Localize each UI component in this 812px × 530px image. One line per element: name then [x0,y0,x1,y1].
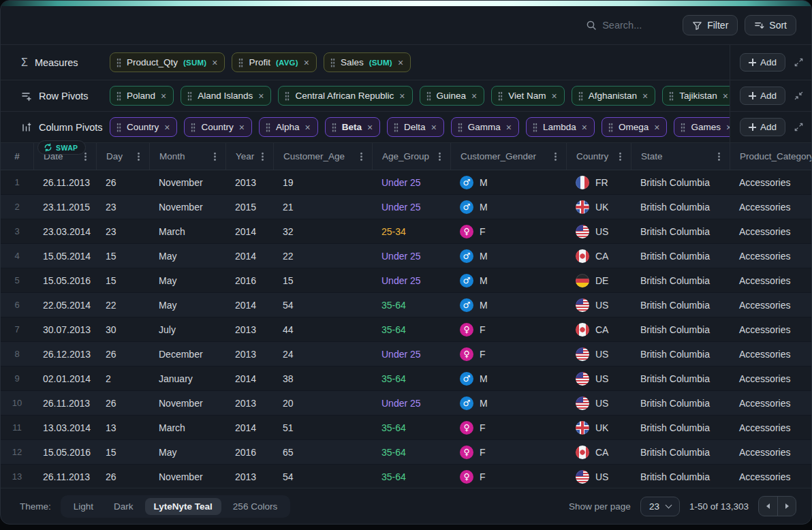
pivot-chip[interactable]: Country× [110,117,177,137]
column-menu-icon[interactable] [84,152,87,161]
column-header[interactable]: Country [566,143,631,170]
drag-handle-icon[interactable] [116,58,121,67]
column-menu-icon[interactable] [619,152,621,161]
collapse-icon[interactable] [794,91,804,101]
close-icon[interactable]: × [258,91,264,101]
column-menu-icon[interactable] [439,152,441,161]
table-row[interactable]: 515.05.201615May201615Under 25♂MDEBritis… [1,268,811,293]
column-header[interactable]: # [1,143,33,170]
table-row[interactable]: 622.05.201422May20145435-64♂MUSBritish C… [1,293,811,317]
drag-handle-icon[interactable] [394,123,399,132]
page-size-select[interactable]: 23 [640,497,680,516]
drag-handle-icon[interactable] [238,58,243,67]
close-icon[interactable]: × [398,58,403,67]
pivot-chip[interactable]: Poland× [110,86,174,106]
table-row[interactable]: 1113.03.201413March20145135-64♀FUKBritis… [1,416,811,440]
table-row[interactable]: 826.12.201326December201324Under 25♀FUSB… [1,342,811,367]
close-icon[interactable]: × [239,123,245,132]
pivot-chip[interactable]: Games× [674,117,730,137]
pivot-chip[interactable]: Gamma× [451,117,519,137]
expand-icon[interactable] [794,122,804,132]
close-icon[interactable]: × [399,91,405,101]
pivot-chip[interactable]: Lambda× [526,117,595,137]
search-box[interactable] [586,20,665,31]
table-row[interactable]: 902.01.20142January20143835-64♂MUSBritis… [1,367,811,391]
pivot-chip[interactable]: Tajikistan× [662,86,730,106]
drag-handle-icon[interactable] [187,91,192,101]
close-icon[interactable]: × [471,91,477,101]
column-header[interactable]: State [631,143,730,170]
drag-handle-icon[interactable] [332,123,337,132]
column-header[interactable]: Product_Category [730,143,811,170]
drag-handle-icon[interactable] [458,123,463,132]
drag-handle-icon[interactable] [191,123,196,132]
pivot-chip[interactable]: Delta× [387,117,444,137]
column-menu-icon[interactable] [214,152,216,161]
previous-page-button[interactable] [759,497,777,516]
drag-handle-icon[interactable] [330,58,335,67]
pivot-chip[interactable]: Afghanistan× [572,86,656,106]
pivot-chip[interactable]: Sales(SUM)× [324,52,411,72]
column-menu-icon[interactable] [555,152,557,161]
drag-handle-icon[interactable] [116,123,121,132]
sort-button[interactable]: Sort [745,15,796,35]
search-input[interactable] [602,20,665,31]
pivot-chip[interactable]: Omega× [602,117,667,137]
pivot-chip[interactable]: Beta× [325,117,380,137]
column-menu-icon[interactable] [360,152,362,161]
close-icon[interactable]: × [431,123,437,132]
drag-handle-icon[interactable] [578,91,583,101]
drag-handle-icon[interactable] [498,91,503,101]
column-header[interactable]: Age_Group [372,143,450,170]
close-icon[interactable]: × [212,58,217,67]
pivot-chip[interactable]: Product_Qty(SUM)× [110,52,225,72]
row-pivots-add-button[interactable]: Add [740,87,785,105]
column-header[interactable]: Month [149,143,225,170]
close-icon[interactable]: × [654,123,659,132]
drag-handle-icon[interactable] [681,123,685,132]
theme-option-light[interactable]: Light [65,498,102,515]
drag-handle-icon[interactable] [669,91,674,101]
table-row[interactable]: 1326.11.201326November20135435-64♀FUSBri… [1,465,811,488]
column-header[interactable]: Year [225,143,273,170]
drag-handle-icon[interactable] [116,91,121,101]
pivot-chip[interactable]: Profit(AVG)× [232,52,316,72]
swap-button[interactable]: SWAP [37,140,86,155]
table-row[interactable]: 1026.11.201326November201320Under 25♂MUS… [1,391,811,416]
table-row[interactable]: 223.11.201523November201521Under 25♂MUKB… [1,195,811,219]
column-header[interactable]: Customer_Age [273,143,372,170]
pivot-chip[interactable]: Guinea× [420,86,485,106]
close-icon[interactable]: × [161,91,166,101]
close-icon[interactable]: × [642,91,648,101]
filter-button[interactable]: Filter [683,15,738,35]
pivot-chip[interactable]: Country× [184,117,251,137]
measures-add-button[interactable]: Add [740,53,785,72]
theme-option-256-colors[interactable]: 256 Colors [224,498,286,515]
table-row[interactable]: 730.07.201330July20134435-64♀FCABritish … [1,317,811,342]
table-row[interactable]: 126.11.201326November201319Under 25♂MFRB… [1,170,811,195]
pivot-chip[interactable]: Viet Nam× [491,86,564,106]
close-icon[interactable]: × [506,123,512,132]
drag-handle-icon[interactable] [426,91,431,101]
close-icon[interactable]: × [304,123,310,132]
close-icon[interactable]: × [164,123,170,132]
column-header[interactable]: Day [96,143,149,170]
column-menu-icon[interactable] [138,152,140,161]
expand-icon[interactable] [794,57,804,67]
next-page-button[interactable] [777,497,796,516]
column-menu-icon[interactable] [718,152,720,161]
pivot-chip[interactable]: Central African Republic× [278,86,412,106]
column-pivots-add-button[interactable]: Add [740,118,785,136]
column-header[interactable]: Customer_Gender [450,143,566,170]
theme-option-lytenyte-teal[interactable]: LyteNyte Teal [145,498,221,515]
close-icon[interactable]: × [723,91,728,101]
drag-handle-icon[interactable] [266,123,270,132]
table-row[interactable]: 323.03.201423March20143225-34♀FUSBritish… [1,219,811,244]
theme-option-dark[interactable]: Dark [105,498,142,515]
pivot-chip[interactable]: Alpha× [259,117,318,137]
close-icon[interactable]: × [582,123,587,132]
drag-handle-icon[interactable] [285,91,290,101]
close-icon[interactable]: × [367,123,373,132]
drag-handle-icon[interactable] [533,123,537,132]
pivot-chip[interactable]: Aland Islands× [181,86,271,106]
